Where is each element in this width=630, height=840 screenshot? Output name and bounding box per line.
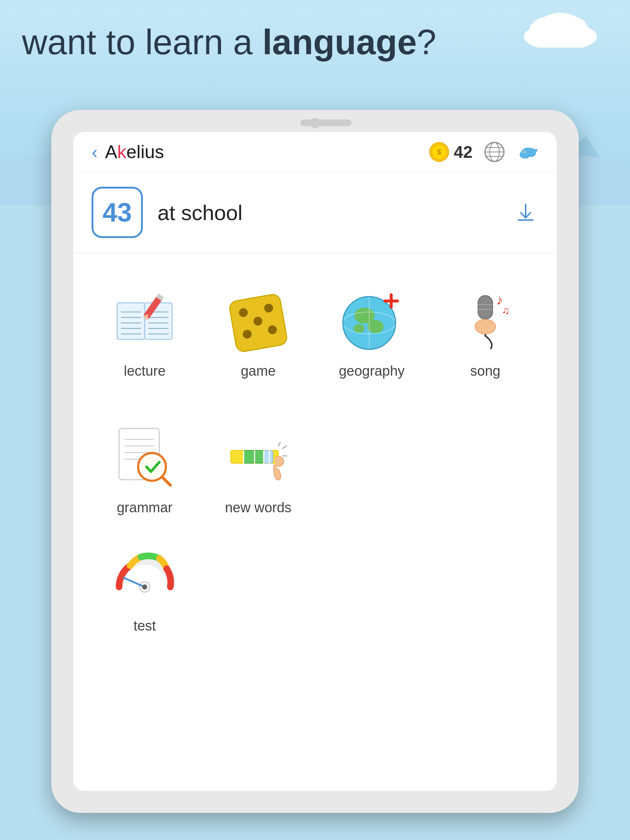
svg-line-69: [162, 477, 171, 485]
test-icon: [110, 539, 180, 609]
grammar-icon-wrap: [108, 419, 181, 493]
svg-point-50: [354, 324, 365, 333]
dolphin-icon[interactable]: [516, 141, 538, 163]
logo-after-k: elius: [126, 142, 164, 162]
coin-count: 42: [454, 142, 472, 162]
back-button[interactable]: ‹: [92, 141, 98, 163]
svg-point-24: [524, 151, 525, 152]
tablet-screen: ‹ Akelius $ 42: [73, 132, 557, 791]
svg-line-81: [283, 446, 286, 448]
game-icon-wrap: [222, 283, 295, 356]
coin-badge: $ 42: [429, 142, 472, 162]
app-logo: Akelius: [105, 141, 164, 163]
logo-k: k: [117, 142, 126, 162]
new-words-label: new words: [225, 500, 292, 516]
grammar-label: grammar: [117, 500, 172, 516]
activity-test[interactable]: test: [92, 527, 198, 645]
grammar-icon: [110, 421, 180, 491]
svg-point-85: [142, 584, 147, 589]
logo-before-k: A: [105, 142, 117, 162]
svg-rect-72: [243, 450, 254, 463]
svg-text:♫: ♫: [502, 305, 510, 316]
activity-grid-row2: grammar: [73, 408, 557, 527]
activity-grid-row3: test: [73, 527, 557, 645]
app-header: ‹ Akelius $ 42: [73, 132, 557, 172]
tablet-device: ‹ Akelius $ 42: [51, 110, 579, 813]
new-words-icon: [223, 421, 293, 491]
svg-point-49: [367, 320, 384, 333]
headline: want to learn a language?: [22, 22, 436, 62]
lesson-header: 43 at school: [73, 172, 557, 253]
coin-icon: $: [429, 142, 449, 162]
lesson-number: 43: [92, 187, 143, 238]
song-icon: ♪ ♫: [450, 284, 520, 354]
svg-rect-56: [478, 295, 493, 319]
download-button[interactable]: [513, 199, 538, 226]
svg-line-80: [278, 442, 280, 446]
tablet-speaker: [300, 119, 352, 126]
activity-song[interactable]: ♪ ♫ song: [432, 272, 538, 390]
game-label: game: [241, 363, 275, 379]
lecture-label: lecture: [124, 363, 166, 379]
activity-grid-row1: lecture game: [73, 253, 557, 408]
svg-rect-71: [231, 450, 243, 463]
geography-label: geography: [339, 363, 405, 379]
activity-grammar[interactable]: grammar: [92, 408, 198, 527]
svg-point-3: [538, 13, 583, 38]
lecture-icon-wrap: [108, 283, 181, 356]
svg-rect-73: [254, 450, 264, 463]
globe-icon[interactable]: [483, 141, 505, 163]
test-label: test: [133, 618, 156, 634]
geography-icon-wrap: [335, 283, 408, 356]
lecture-icon: [110, 284, 180, 354]
header-right: $ 42: [429, 141, 538, 163]
game-icon: [223, 284, 293, 354]
activity-geography[interactable]: geography: [319, 272, 425, 390]
activity-game[interactable]: game: [205, 272, 311, 390]
lesson-title: at school: [158, 200, 243, 225]
svg-text:$: $: [437, 148, 441, 156]
svg-rect-74: [264, 450, 269, 463]
song-icon-wrap: ♪ ♫: [449, 283, 522, 356]
new-words-icon-wrap: [222, 419, 295, 493]
activity-lecture[interactable]: lecture: [92, 272, 198, 390]
song-label: song: [470, 363, 501, 379]
geography-icon: [337, 284, 407, 354]
activity-new-words[interactable]: new words: [205, 408, 311, 527]
svg-point-68: [142, 456, 162, 477]
cloud-icon: [520, 11, 601, 47]
test-icon-wrap: [108, 538, 181, 611]
logo-text: Akelius: [105, 141, 164, 163]
svg-point-59: [475, 319, 496, 334]
